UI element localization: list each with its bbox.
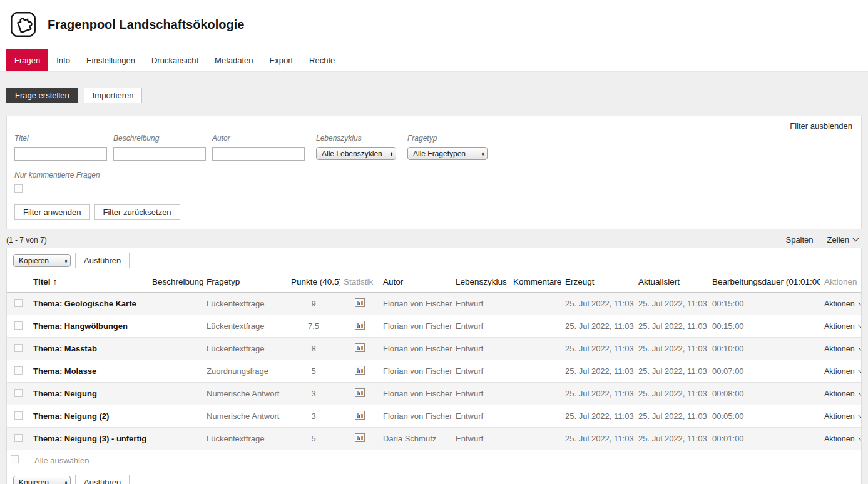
hide-filter-link[interactable]: Filter ausblenden <box>790 121 852 131</box>
cell-duration: 00:08:00 <box>708 383 820 405</box>
header-lifecycle[interactable]: Lebenszyklus <box>452 272 509 293</box>
bulk-action-select-bottom[interactable]: Kopieren ▴▾ <box>13 476 71 484</box>
cell-description <box>148 428 203 450</box>
header-type[interactable]: Fragetyp <box>203 272 287 293</box>
table-meta-row: (1 - 7 von 7) Spalten Zeilen <box>0 229 868 248</box>
row-checkbox[interactable] <box>14 389 23 397</box>
filter-fields: Titel Beschreibung Autor Lebenszyklus Al… <box>14 134 854 161</box>
select-all-checkbox[interactable] <box>11 455 19 463</box>
lifecycle-select[interactable]: Alle Lebenszyklen ▴▾ <box>316 147 396 160</box>
commented-only-checkbox[interactable] <box>14 184 23 193</box>
cell-lifecycle: Entwurf <box>452 360 509 383</box>
statistics-icon[interactable] <box>355 411 365 420</box>
table-row: Thema: Geologische Karte Lückentextfrage… <box>7 293 861 315</box>
filter-description-input[interactable] <box>113 147 206 161</box>
header-created[interactable]: Erzeugt <box>561 272 635 293</box>
filter-panel: Filter ausblenden Titel Beschreibung Aut… <box>6 116 862 229</box>
cell-points: 9 <box>287 293 340 315</box>
reset-filter-button[interactable]: Filter zurücksetzen <box>94 204 180 220</box>
row-actions-dropdown[interactable]: Aktionen <box>824 367 861 376</box>
execute-button-top[interactable]: Ausführen <box>75 253 130 268</box>
import-button[interactable]: Importieren <box>84 88 143 103</box>
filter-author-input[interactable] <box>212 147 305 161</box>
bulk-action-value: Kopieren <box>19 256 49 265</box>
cell-duration: 00:05:00 <box>708 405 820 428</box>
header-title[interactable]: Titel↑ <box>29 272 148 293</box>
row-checkbox[interactable] <box>14 299 23 307</box>
tab-druckansicht[interactable]: Druckansicht <box>143 49 207 71</box>
statistics-icon[interactable] <box>355 343 365 352</box>
row-actions-dropdown[interactable]: Aktionen <box>824 300 861 308</box>
filter-title-input[interactable] <box>14 147 107 161</box>
row-actions-dropdown[interactable]: Aktionen <box>824 390 861 398</box>
cell-question-type: Lückentextfrage <box>203 315 287 338</box>
header-comments[interactable]: Kommentare <box>509 272 561 293</box>
cell-lifecycle: Entwurf <box>452 405 509 428</box>
question-title-link[interactable]: Thema: Neigung (3) - unfertig <box>33 434 146 443</box>
questions-table-panel: Kopieren ▴▾ Ausführen Titel↑ Beschreibun… <box>6 248 862 484</box>
tab-einstellungen[interactable]: Einstellungen <box>78 49 143 71</box>
row-checkbox[interactable] <box>14 321 23 330</box>
cell-created: 25. Jul 2022, 11:03 <box>561 405 635 428</box>
row-checkbox[interactable] <box>14 366 23 375</box>
cell-author: Florian von Fischer <box>379 405 452 428</box>
question-title-link[interactable]: Thema: Neigung <box>33 389 97 398</box>
execute-button-bottom[interactable]: Ausführen <box>75 475 130 484</box>
header-updated[interactable]: Aktualisiert <box>635 272 708 293</box>
question-title-link[interactable]: Thema: Masstab <box>33 344 97 353</box>
tab-fragen[interactable]: Fragen <box>6 49 48 71</box>
row-actions-dropdown[interactable]: Aktionen <box>824 345 861 353</box>
statistics-icon[interactable] <box>355 433 365 442</box>
question-type-select[interactable]: Alle Fragetypen ▴▾ <box>407 147 488 160</box>
cell-description <box>148 383 203 405</box>
row-actions-dropdown[interactable]: Aktionen <box>824 435 861 443</box>
row-checkbox[interactable] <box>14 344 23 352</box>
tab-rechte[interactable]: Rechte <box>301 49 343 71</box>
statistics-icon[interactable] <box>355 366 365 375</box>
rows-selection-dropdown[interactable]: Zeilen <box>827 235 859 245</box>
header-points[interactable]: Punkte (40.5) <box>287 272 340 293</box>
row-actions-dropdown[interactable]: Aktionen <box>824 322 861 331</box>
question-title-link[interactable]: Thema: Neigung (2) <box>33 411 109 421</box>
question-title-link[interactable]: Thema: Geologische Karte <box>33 299 136 308</box>
cell-question-type: Lückentextfrage <box>203 428 287 450</box>
qtype-select-value: Alle Fragetypen <box>413 149 466 158</box>
row-actions-label: Aktionen <box>824 300 855 308</box>
chevron-down-icon <box>858 392 861 396</box>
columns-selection-link[interactable]: Spalten <box>785 235 813 245</box>
select-arrows-icon: ▴▾ <box>391 151 392 156</box>
row-checkbox[interactable] <box>14 434 23 442</box>
cell-duration: 00:15:00 <box>708 293 820 315</box>
row-actions-label: Aktionen <box>824 435 855 443</box>
tab-metadaten[interactable]: Metadaten <box>207 49 261 71</box>
chevron-down-icon <box>858 325 861 328</box>
header-author[interactable]: Autor <box>379 272 452 293</box>
apply-filter-button[interactable]: Filter anwenden <box>14 204 90 220</box>
row-actions-label: Aktionen <box>824 345 855 353</box>
bulk-action-select-top[interactable]: Kopieren ▴▾ <box>13 254 71 267</box>
bulk-action-bar-top: Kopieren ▴▾ Ausführen <box>7 248 861 272</box>
statistics-icon[interactable] <box>355 388 365 397</box>
tab-bar: Fragen Info Einstellungen Druckansicht M… <box>0 49 868 72</box>
question-title-link[interactable]: Thema: Hangwölbungen <box>33 321 128 331</box>
filter-title-label: Titel <box>14 134 107 143</box>
cell-comments <box>509 383 561 405</box>
tab-export[interactable]: Export <box>262 49 302 71</box>
statistics-icon[interactable] <box>355 321 365 330</box>
chevron-down-icon <box>852 238 859 242</box>
cell-points: 8 <box>287 338 340 360</box>
row-checkbox[interactable] <box>14 411 23 420</box>
row-actions-dropdown[interactable]: Aktionen <box>824 412 861 421</box>
create-question-button[interactable]: Frage erstellen <box>6 88 78 103</box>
statistics-icon[interactable] <box>355 298 365 307</box>
header-checkbox-spacer <box>7 272 29 293</box>
header-description[interactable]: Beschreibung <box>148 272 203 293</box>
app-header: Fragenpool Landschaftsökologie <box>0 0 868 49</box>
cell-updated: 25. Jul 2022, 11:03 <box>635 360 708 383</box>
question-title-link[interactable]: Thema: Molasse <box>33 366 96 376</box>
tab-info[interactable]: Info <box>48 49 78 71</box>
cell-updated: 25. Jul 2022, 11:03 <box>635 293 708 315</box>
cell-author: Florian von Fischer <box>379 360 452 383</box>
cell-description <box>148 315 203 338</box>
header-duration[interactable]: Bearbeitungsdauer (01:01:00) <box>708 272 820 293</box>
